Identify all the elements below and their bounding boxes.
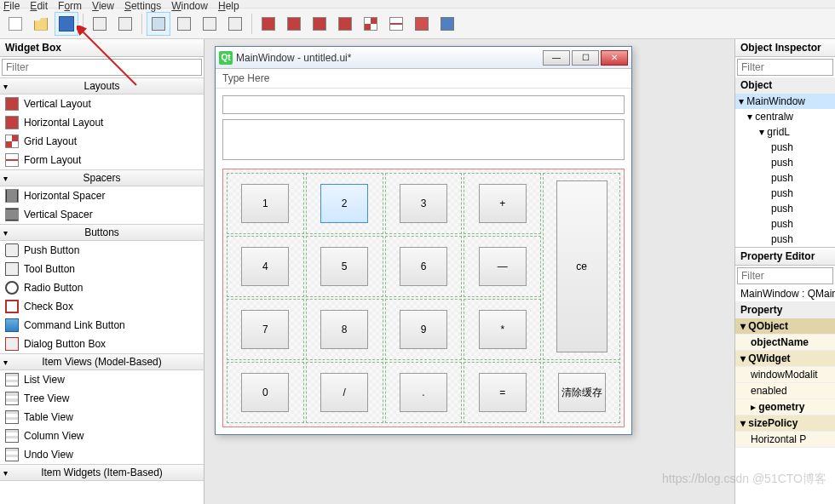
edit-tab-button[interactable] <box>223 12 247 36</box>
calc-cell[interactable]: 5 <box>306 236 383 297</box>
calc-button[interactable]: 5 <box>320 247 368 286</box>
prop-sizepolicy[interactable]: ▾ sizePolicy <box>735 415 835 432</box>
form-body[interactable]: 123+ce456—789*0/.=清除缓存 <box>216 89 631 434</box>
widget-form-layout[interactable]: Form Layout <box>0 151 204 169</box>
minimize-button[interactable]: — <box>543 50 570 66</box>
widget-push-button[interactable]: Push Button <box>0 241 204 260</box>
tree-grid[interactable]: ▾ gridL <box>735 124 835 140</box>
calc-button[interactable]: + <box>479 184 527 223</box>
widget-radio-button[interactable]: Radio Button <box>0 278 204 297</box>
category-buttons[interactable]: ▾Buttons <box>0 224 204 241</box>
calc-button[interactable]: . <box>400 373 447 412</box>
prop-qobject[interactable]: ▾ QObject <box>735 318 835 335</box>
category-item-views[interactable]: ▾Item Views (Model-Based) <box>0 353 204 370</box>
tool-a[interactable] <box>88 12 112 36</box>
layout-h-button[interactable] <box>256 12 280 36</box>
calc-button[interactable]: 3 <box>400 184 447 223</box>
layout-form-button[interactable] <box>384 12 408 36</box>
widget-vertical-spacer[interactable]: Vertical Spacer <box>0 205 204 224</box>
widget-dialog-button-box[interactable]: Dialog Button Box <box>0 335 204 353</box>
calc-button[interactable]: 4 <box>241 247 289 286</box>
calc-cell[interactable]: + <box>464 173 541 234</box>
calc-cell[interactable]: 7 <box>227 299 304 360</box>
widget-horizontal-spacer[interactable]: Horizontal Spacer <box>0 186 204 205</box>
break-layout-button[interactable] <box>410 12 434 36</box>
tree-central[interactable]: ▾ centralw <box>735 109 835 124</box>
calc-button-ce[interactable]: ce <box>556 180 608 352</box>
menu-window[interactable]: Window <box>171 0 208 8</box>
prop-horizontal[interactable]: Horizontal P <box>735 432 835 448</box>
layout-v-button[interactable] <box>282 12 306 36</box>
widget-tool-button[interactable]: Tool Button <box>0 260 204 278</box>
prop-qwidget[interactable]: ▾ QWidget <box>735 351 835 367</box>
inspector-filter[interactable] <box>737 59 833 76</box>
calc-button[interactable]: 清除缓存 <box>558 373 606 412</box>
widget-check-box[interactable]: Check Box <box>0 297 204 316</box>
menu-settings[interactable]: Settings <box>124 0 161 8</box>
layout-grid-button[interactable] <box>359 12 383 36</box>
menu-placeholder[interactable]: Type Here <box>216 69 631 89</box>
calc-cell-ce[interactable]: ce <box>543 173 620 360</box>
tree-push[interactable]: push <box>735 155 835 170</box>
category-item-widgets[interactable]: ▾Item Widgets (Item-Based) <box>0 464 204 481</box>
calc-cell[interactable]: 9 <box>385 299 463 360</box>
line-edit-widget[interactable] <box>222 95 625 114</box>
widget-horizontal-layout[interactable]: Horizontal Layout <box>0 113 204 132</box>
calc-button[interactable]: 9 <box>400 310 447 349</box>
tree-push[interactable]: push <box>735 170 835 186</box>
menu-file[interactable]: File <box>3 0 20 8</box>
window-titlebar[interactable]: Qt MainWindow - untitled.ui* — ☐ ✕ <box>216 47 631 69</box>
calc-cell[interactable]: . <box>385 362 463 423</box>
widget-column-view[interactable]: Column View <box>0 427 204 445</box>
widget-vertical-layout[interactable]: Vertical Layout <box>0 94 204 113</box>
menu-help[interactable]: Help <box>218 0 239 8</box>
calc-button[interactable]: 8 <box>320 310 368 349</box>
tool-b[interactable] <box>113 12 137 36</box>
designer-window[interactable]: Qt MainWindow - untitled.ui* — ☐ ✕ Type … <box>215 46 632 435</box>
tree-mainwindow[interactable]: ▾ MainWindow <box>735 94 835 109</box>
tree-push[interactable]: push <box>735 216 835 232</box>
calc-cell[interactable]: 3 <box>385 173 463 234</box>
layout-vs-button[interactable] <box>333 12 357 36</box>
tree-push[interactable]: push <box>735 201 835 216</box>
widget-box-filter[interactable] <box>2 59 202 76</box>
edit-buddies-button[interactable] <box>198 12 222 36</box>
menu-edit[interactable]: Edit <box>30 0 48 8</box>
calc-cell[interactable]: = <box>464 362 541 423</box>
calc-button[interactable]: 1 <box>241 184 289 223</box>
calc-button[interactable]: 7 <box>241 310 289 349</box>
design-canvas[interactable]: Qt MainWindow - untitled.ui* — ☐ ✕ Type … <box>204 39 734 504</box>
tree-push[interactable]: push <box>735 186 835 201</box>
calc-cell[interactable]: 4 <box>227 236 304 297</box>
edit-signals-button[interactable] <box>172 12 196 36</box>
maximize-button[interactable]: ☐ <box>572 50 599 66</box>
calc-cell[interactable]: / <box>306 362 383 423</box>
menu-form[interactable]: Form <box>58 0 82 8</box>
prop-windowmodality[interactable]: windowModalit <box>735 367 835 383</box>
calc-cell[interactable]: 1 <box>227 173 304 234</box>
save-button[interactable] <box>55 12 78 36</box>
widget-command-link-button[interactable]: Command Link Button <box>0 316 204 335</box>
calc-cell[interactable]: 2 <box>306 173 383 234</box>
calc-button[interactable]: 6 <box>400 247 447 286</box>
calc-cell[interactable]: 清除缓存 <box>543 362 620 423</box>
widget-list-view[interactable]: List View <box>0 370 204 389</box>
calc-cell[interactable]: * <box>464 299 541 360</box>
widget-undo-view[interactable]: Undo View <box>0 445 204 464</box>
prop-objectname[interactable]: objectName <box>735 335 835 351</box>
close-button[interactable]: ✕ <box>601 50 628 66</box>
calc-button[interactable]: * <box>479 310 527 349</box>
layout-hs-button[interactable] <box>308 12 331 36</box>
calc-button[interactable]: 0 <box>241 373 289 412</box>
widget-table-view[interactable]: Table View <box>0 408 204 427</box>
property-filter[interactable] <box>737 267 833 284</box>
category-spacers[interactable]: ▾Spacers <box>0 169 204 186</box>
calc-cell[interactable]: — <box>464 236 541 297</box>
calc-button[interactable]: — <box>479 247 527 286</box>
tree-push[interactable]: push <box>735 140 835 155</box>
edit-widgets-button[interactable] <box>147 12 170 36</box>
grid-layout-container[interactable]: 123+ce456—789*0/.=清除缓存 <box>222 169 625 427</box>
category-layouts[interactable]: ▾Layouts <box>0 77 204 94</box>
menu-view[interactable]: View <box>92 0 114 8</box>
text-edit-widget[interactable] <box>222 119 625 160</box>
